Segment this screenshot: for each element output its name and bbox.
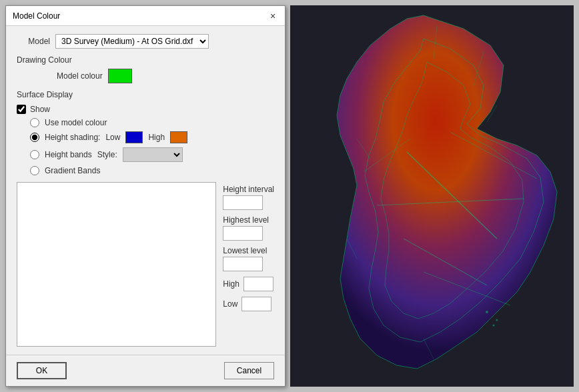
- height-shading-row: Height shading: Low High: [30, 131, 274, 143]
- fields-panel: Height interval Highest level Lowest lev…: [223, 182, 274, 347]
- high-colour-swatch[interactable]: [170, 131, 187, 143]
- surface-display-section: Surface Display Show Use model colour He…: [17, 90, 274, 175]
- dialog-title: Model Colour: [13, 11, 60, 21]
- low-field-input[interactable]: [241, 297, 271, 311]
- high-field-input[interactable]: [243, 277, 273, 291]
- map-svg: [290, 5, 574, 387]
- height-shading-radio[interactable]: [30, 133, 39, 142]
- gradient-bands-row: Gradient Bands: [30, 166, 274, 175]
- lowest-level-label: Lowest level: [223, 246, 274, 255]
- svg-point-16: [493, 325, 495, 327]
- low-colour-swatch[interactable]: [125, 131, 143, 143]
- lowest-level-field: Lowest level: [223, 246, 274, 271]
- cancel-button[interactable]: Cancel: [224, 362, 274, 379]
- highest-level-field: Highest level: [223, 215, 274, 241]
- gradient-bands-label: Gradient Bands: [45, 166, 100, 175]
- use-model-colour-row: Use model colour: [30, 118, 274, 127]
- model-select[interactable]: 3D Survey (Medium) - At OS Grid.dxf: [55, 34, 209, 49]
- model-colour-label: Model colour: [57, 71, 103, 81]
- lowest-level-input[interactable]: [223, 257, 263, 271]
- show-checkbox[interactable]: [17, 105, 26, 114]
- height-bands-radio[interactable]: [30, 150, 39, 159]
- highest-level-label: Highest level: [223, 215, 274, 225]
- drawing-colour-section: Drawing Colour Model colour: [17, 55, 274, 83]
- low-label: Low: [105, 133, 120, 142]
- use-model-colour-radio[interactable]: [30, 118, 39, 127]
- show-row: Show: [17, 105, 274, 114]
- height-bands-label: Height bands: [45, 150, 92, 159]
- map-canvas: [290, 5, 574, 387]
- use-model-colour-label: Use model colour: [45, 118, 107, 127]
- svg-point-15: [496, 319, 498, 321]
- height-interval-field: Height interval: [223, 185, 274, 210]
- height-shading-label: Height shading:: [45, 133, 100, 142]
- close-button[interactable]: ×: [267, 11, 278, 21]
- dialog-footer: OK Cancel: [6, 355, 285, 386]
- high-field-label: High: [223, 279, 239, 289]
- high-label: High: [148, 133, 165, 142]
- show-label: Show: [30, 105, 50, 114]
- model-row: Model 3D Survey (Medium) - At OS Grid.dx…: [17, 34, 274, 49]
- model-colour-dialog: Model Colour × Model 3D Survey (Medium) …: [5, 5, 285, 387]
- model-colour-row: Model colour: [57, 69, 274, 83]
- ok-button[interactable]: OK: [17, 362, 67, 379]
- title-bar: Model Colour ×: [6, 6, 285, 26]
- model-colour-swatch[interactable]: [108, 69, 132, 83]
- style-label: Style:: [97, 150, 117, 159]
- height-interval-input[interactable]: [223, 195, 263, 210]
- model-label: Model: [17, 37, 50, 46]
- low-field-row: Low: [223, 297, 274, 311]
- svg-point-14: [486, 311, 488, 313]
- radio-options: Use model colour Height shading: Low Hig…: [30, 118, 274, 175]
- low-field-label: Low: [223, 299, 237, 309]
- main-area: Height interval Highest level Lowest lev…: [17, 182, 274, 347]
- height-bands-row: Height bands Style:: [30, 147, 274, 162]
- dialog-body: Model 3D Survey (Medium) - At OS Grid.dx…: [6, 26, 285, 355]
- highest-level-input[interactable]: [223, 226, 263, 241]
- gradient-bands-radio[interactable]: [30, 166, 39, 175]
- height-interval-label: Height interval: [223, 185, 274, 194]
- style-select[interactable]: [123, 147, 183, 162]
- drawing-colour-label: Drawing Colour: [17, 55, 274, 65]
- high-field-row: High: [223, 277, 274, 291]
- surface-display-label: Surface Display: [17, 90, 274, 99]
- bands-listbox[interactable]: [17, 182, 216, 347]
